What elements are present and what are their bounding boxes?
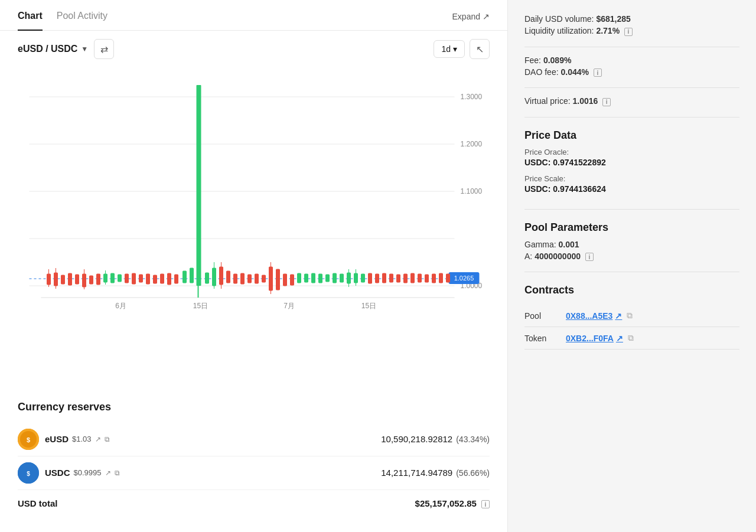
svg-rect-64 <box>376 274 379 283</box>
dao-fee-row: DAO fee: 0.044% i <box>524 67 739 77</box>
price-data-title: Price Data <box>524 129 739 142</box>
chart-controls: eUSD / USDC ▼ ⇄ 1d ▾ ↖ <box>0 31 507 67</box>
svg-rect-52 <box>291 275 294 285</box>
eusd-pct: (43.34%) <box>456 435 490 444</box>
svg-rect-68 <box>404 274 408 283</box>
candlestick-chart: 1.3000 1.2000 1.1000 1.0000 1.0265 6月 15… <box>12 67 496 315</box>
eusd-price: $1.03 <box>72 435 92 443</box>
svg-rect-28 <box>125 274 129 283</box>
usd-total-row: USD total $25,157,052.85 i <box>18 490 490 509</box>
divider-3 <box>524 117 739 118</box>
virtual-price-info-icon[interactable]: i <box>602 98 611 106</box>
svg-rect-70 <box>418 274 422 282</box>
usd-total-value: $25,157,052.85 i <box>415 498 490 509</box>
expand-button[interactable]: Expand ↗ <box>452 12 490 30</box>
usdc-price: $0.9995 <box>74 468 102 477</box>
svg-rect-65 <box>383 273 386 283</box>
eusd-copy-icon[interactable]: ⧉ <box>105 435 110 443</box>
token-copy-icon[interactable]: ⧉ <box>628 333 634 343</box>
fee-label: Fee: <box>524 56 541 65</box>
a-label: A: <box>524 252 532 261</box>
tabs-bar: Chart Pool Activity Expand ↗ <box>0 0 507 31</box>
svg-rect-30 <box>139 275 143 282</box>
pool-contract-link[interactable]: 0X88...A5E3 ↗ <box>566 311 622 321</box>
usd-total-info-icon[interactable]: i <box>481 500 490 508</box>
usdc-external-link[interactable]: ↗ <box>105 469 111 477</box>
svg-rect-37 <box>197 85 201 286</box>
svg-rect-34 <box>168 273 171 285</box>
svg-rect-54 <box>305 274 308 282</box>
svg-text:1.3000: 1.3000 <box>461 93 483 101</box>
tab-chart[interactable]: Chart <box>18 11 43 31</box>
svg-rect-56 <box>319 274 322 283</box>
svg-rect-26 <box>111 273 115 283</box>
a-info-icon[interactable]: i <box>585 253 594 261</box>
right-panel: Daily USD volume: $681,285 Liquidity uti… <box>508 0 756 532</box>
svg-rect-62 <box>361 274 365 282</box>
eusd-icon: $ <box>18 429 39 450</box>
daily-volume-value: $681,285 <box>596 14 630 24</box>
svg-rect-73 <box>439 273 443 283</box>
svg-text:7月: 7月 <box>284 302 295 310</box>
dao-fee-value: 0.044% i <box>561 67 601 77</box>
divider-2 <box>524 87 739 88</box>
swap-button[interactable]: ⇄ <box>94 39 114 59</box>
svg-text:1.2000: 1.2000 <box>461 140 483 148</box>
svg-rect-59 <box>340 274 344 282</box>
a-value: 4000000000 i <box>535 252 594 261</box>
tab-pool-activity[interactable]: Pool Activity <box>57 11 107 31</box>
divider-4 <box>524 209 739 210</box>
pair-label: eUSD / USDC <box>18 44 77 54</box>
pool-copy-icon[interactable]: ⧉ <box>627 311 633 321</box>
chart-area[interactable]: 1.3000 1.2000 1.1000 1.0000 1.0265 6月 15… <box>0 67 507 389</box>
svg-rect-63 <box>369 273 372 283</box>
usdc-symbol: USDC <box>45 468 70 478</box>
gamma-label: Gamma: <box>524 240 556 249</box>
liquidity-row: Liquidity utilization: 2.71% i <box>524 26 739 36</box>
svg-rect-57 <box>326 275 330 282</box>
usdc-copy-icon[interactable]: ⧉ <box>115 469 120 477</box>
liquidity-label: Liquidity utilization: <box>524 26 594 35</box>
token-contract-row: Token 0XB2...F0FA ↗ ⧉ <box>524 327 739 350</box>
svg-rect-55 <box>312 273 315 283</box>
svg-rect-33 <box>161 274 164 283</box>
svg-rect-29 <box>132 273 136 284</box>
svg-rect-46 <box>248 275 252 283</box>
svg-rect-23 <box>90 276 93 284</box>
liquidity-info-icon[interactable]: i <box>624 28 633 36</box>
daily-volume-label: Daily USD volume: <box>524 14 594 24</box>
pair-selector[interactable]: eUSD / USDC ▼ <box>18 44 88 54</box>
token-contract-link[interactable]: 0XB2...F0FA ↗ <box>566 334 623 343</box>
eusd-symbol: eUSD <box>45 434 69 444</box>
token-contract-label: Token <box>524 334 566 343</box>
divider-1 <box>524 47 739 47</box>
svg-rect-48 <box>262 275 266 282</box>
svg-rect-45 <box>241 273 245 284</box>
svg-rect-53 <box>298 273 301 283</box>
pool-params-title: Pool Parameters <box>524 221 739 234</box>
svg-rect-44 <box>234 274 237 283</box>
dao-fee-info-icon[interactable]: i <box>594 68 602 77</box>
svg-rect-24 <box>97 274 100 285</box>
reserve-row-eusd: $ eUSD $1.03 ↗ ⧉ 10,590,218.92812 (43.34… <box>18 423 490 456</box>
a-row: A: 4000000000 i <box>524 252 739 262</box>
period-arrow-icon: ▾ <box>453 44 457 54</box>
period-label: 1d <box>441 44 451 54</box>
svg-rect-43 <box>227 271 230 283</box>
swap-icon: ⇄ <box>100 44 108 55</box>
eusd-external-link[interactable]: ↗ <box>95 435 101 443</box>
svg-text:6月: 6月 <box>115 302 126 310</box>
svg-rect-39 <box>190 268 194 283</box>
svg-rect-21 <box>76 275 79 284</box>
usdc-amount: 14,211,714.94789 <box>381 468 452 478</box>
virtual-price-value: 1.0016 i <box>572 96 611 106</box>
svg-text:15日: 15日 <box>361 302 376 310</box>
reserves-section: Currency reserves $ eUSD $1.03 ↗ ⧉ 10,59… <box>0 389 507 521</box>
svg-rect-74 <box>447 274 450 282</box>
pool-external-link-icon: ↗ <box>615 311 622 321</box>
cursor-icon: ↖ <box>476 44 484 55</box>
usdc-pct: (56.66%) <box>456 468 490 478</box>
cursor-button[interactable]: ↖ <box>470 39 490 59</box>
svg-rect-69 <box>411 273 415 283</box>
period-selector[interactable]: 1d ▾ <box>434 40 465 58</box>
